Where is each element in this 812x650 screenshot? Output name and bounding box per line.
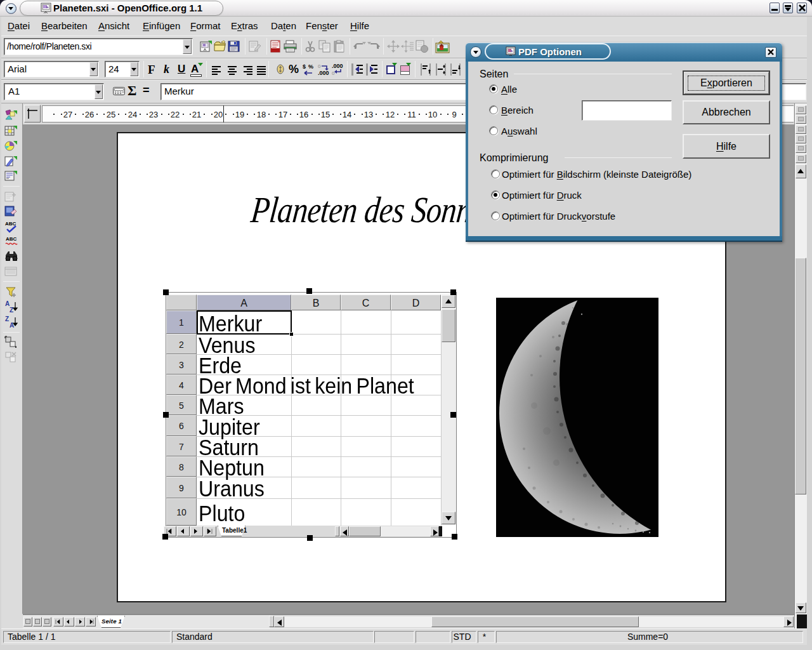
svg-text:0: 0 — [332, 70, 335, 76]
svg-text:0: 0 — [318, 63, 321, 69]
svg-text:.000: .000 — [318, 70, 329, 76]
svg-text:ABC: ABC — [5, 221, 16, 227]
svg-text:%: % — [308, 63, 313, 70]
svg-text:ABC: ABC — [6, 236, 17, 242]
svg-text:Z: Z — [5, 315, 9, 322]
svg-text:.000: .000 — [332, 63, 343, 69]
svg-text:$: $ — [303, 63, 306, 70]
